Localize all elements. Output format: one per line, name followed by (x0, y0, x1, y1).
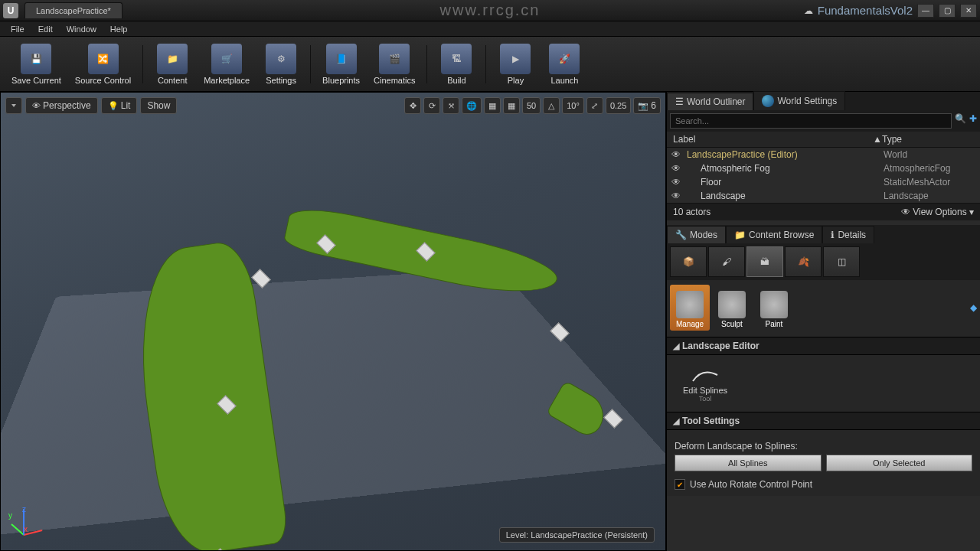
unreal-logo-icon: U (3, 3, 18, 18)
launch-icon: 🚀 (549, 44, 580, 74)
menu-help[interactable]: Help (104, 23, 134, 35)
visibility-icon[interactable]: 👁 (671, 149, 682, 160)
outliner-row[interactable]: 👁FloorStaticMeshActor (667, 175, 980, 189)
axis-gizmo[interactable]: xyz (8, 504, 47, 543)
sort-icon: ▲ (873, 134, 882, 145)
manage-icon (676, 291, 704, 318)
menu-window[interactable]: Window (60, 23, 103, 35)
auto-rotate-checkbox[interactable]: ✔ (675, 479, 685, 490)
rotate-gizmo-button[interactable]: ⟳ (423, 97, 440, 114)
gear-icon: ⚙ (266, 44, 296, 74)
deform-label: Deform Landscape to Splines: (675, 441, 972, 452)
source-control-icon: 🔀 (88, 44, 119, 74)
mode-paint[interactable]: 🖌 (708, 246, 745, 277)
expand-icon[interactable]: ◆ (970, 302, 977, 313)
window-minimize-button[interactable]: — (917, 4, 934, 18)
tool-settings-header[interactable]: ◢ Tool Settings (667, 412, 980, 430)
search-icon[interactable]: 🔍 (955, 113, 966, 129)
grid-snap-button[interactable]: ▦ (503, 97, 520, 114)
settings-button[interactable]: ⚙Settings (258, 39, 304, 90)
blueprints-button[interactable]: 📘Blueprints (317, 39, 365, 90)
clapper-icon: 🎬 (379, 44, 410, 74)
blueprint-icon: 📘 (326, 44, 357, 74)
visibility-icon[interactable]: 👁 (671, 177, 682, 187)
translate-gizmo-button[interactable]: ✥ (404, 97, 421, 114)
scale-value-stepper[interactable]: 0.25 (606, 97, 631, 114)
mode-geometry[interactable]: ◫ (823, 246, 860, 277)
landscape-sculpt-tab[interactable]: Sculpt (712, 285, 752, 331)
add-new-icon[interactable]: ✚ (969, 113, 977, 129)
outliner-row[interactable]: 👁LandscapeLandscape (667, 189, 980, 203)
watermark-url: www.rrcg.cn (440, 2, 541, 19)
document-tab[interactable]: LandscapePractice* (24, 2, 122, 18)
titlebar: U LandscapePractice* www.rrcg.cn ☁ Funda… (0, 0, 980, 21)
tab-modes[interactable]: 🔧Modes (667, 226, 726, 243)
info-icon: ℹ (831, 230, 835, 240)
tab-world-outliner[interactable]: ☰World Outliner (667, 93, 753, 110)
play-button[interactable]: ▶Play (492, 39, 538, 90)
globe-icon (762, 95, 774, 107)
outliner-row[interactable]: 👁Atmospheric FogAtmosphericFog (667, 161, 980, 175)
landscape-paint-tab[interactable]: Paint (754, 285, 794, 331)
actor-count: 10 actors (673, 207, 710, 217)
mode-landscape[interactable]: 🏔 (746, 246, 783, 277)
menubar: File Edit Window Help (0, 21, 980, 37)
source-control-button[interactable]: 🔀Source Control (70, 39, 136, 90)
landscape-editor-header[interactable]: ◢ Landscape Editor (667, 337, 980, 355)
folder-icon: 📁 (734, 230, 746, 240)
view-options-button[interactable]: 👁 View Options ▾ (901, 207, 974, 217)
build-icon: 🏗 (441, 44, 472, 74)
paint-icon (760, 291, 788, 318)
angle-value-stepper[interactable]: 10° (562, 97, 584, 114)
launch-button[interactable]: 🚀Launch (541, 39, 587, 90)
surface-snap-button[interactable]: ▦ (484, 97, 501, 114)
list-icon: ☰ (675, 96, 684, 107)
show-button[interactable]: Show (140, 97, 177, 114)
tab-world-settings[interactable]: World Settings (753, 91, 845, 110)
cloud-icon: ☁ (804, 5, 813, 16)
mode-place[interactable]: 📦 (670, 246, 707, 277)
outliner-row[interactable]: 👁LandscapePractice (Editor)World (667, 148, 980, 161)
cart-icon: 🛒 (211, 44, 242, 74)
window-maximize-button[interactable]: ▢ (939, 4, 956, 18)
tab-content-browser[interactable]: 📁Content Browse (726, 226, 822, 243)
grid-size-stepper[interactable]: 50 (522, 97, 541, 114)
viewport[interactable]: 👁 Perspective 💡 Lit Show ✥ ⟳ ⤧ 🌐 ▦ ▦ 50 … (0, 92, 666, 551)
spline-tool-icon (691, 364, 719, 386)
content-button[interactable]: 📁Content (149, 39, 195, 90)
only-selected-button[interactable]: Only Selected (826, 455, 973, 471)
camera-speed-button[interactable]: 📷 6 (633, 97, 661, 114)
marketplace-button[interactable]: 🛒Marketplace (198, 39, 255, 90)
project-name: FundamentalsVol2 (818, 4, 913, 17)
angle-snap-button[interactable]: △ (543, 97, 560, 114)
save-current-button[interactable]: 💾Save Current (6, 39, 67, 90)
scale-snap-button[interactable]: ⤢ (586, 97, 603, 114)
all-splines-button[interactable]: All Splines (675, 455, 822, 471)
visibility-icon[interactable]: 👁 (671, 191, 682, 201)
landscape-manage-tab[interactable]: Manage (670, 285, 710, 331)
main-toolbar: 💾Save Current 🔀Source Control 📁Content 🛒… (0, 37, 980, 92)
menu-edit[interactable]: Edit (32, 23, 59, 35)
visibility-icon[interactable]: 👁 (671, 163, 682, 174)
cinematics-button[interactable]: 🎬Cinematics (368, 39, 420, 90)
play-icon: ▶ (500, 44, 531, 74)
build-button[interactable]: 🏗Build (433, 39, 479, 90)
coord-space-button[interactable]: 🌐 (462, 97, 482, 114)
outliner-column-header[interactable]: Label ▲ Type (667, 132, 980, 148)
edit-splines-tool-button[interactable]: Edit Splines Tool (675, 361, 736, 406)
level-badge: Level: LandscapePractice (Persistent) (499, 527, 655, 543)
folder-icon: 📁 (157, 44, 188, 74)
lit-button[interactable]: 💡 Lit (101, 97, 138, 114)
outliner-search-input[interactable] (670, 113, 952, 129)
svg-line-1 (11, 524, 24, 535)
perspective-button[interactable]: 👁 Perspective (25, 97, 98, 114)
menu-file[interactable]: File (5, 23, 31, 35)
scale-gizmo-button[interactable]: ⤧ (443, 97, 459, 114)
mode-foliage[interactable]: 🍂 (785, 246, 822, 277)
tab-details[interactable]: ℹDetails (822, 226, 874, 243)
wrench-icon: 🔧 (675, 230, 687, 240)
sculpt-icon (718, 291, 746, 318)
window-close-button[interactable]: ✕ (960, 4, 977, 18)
auto-rotate-label: Use Auto Rotate Control Point (690, 479, 812, 490)
viewport-options-button[interactable] (5, 97, 22, 114)
